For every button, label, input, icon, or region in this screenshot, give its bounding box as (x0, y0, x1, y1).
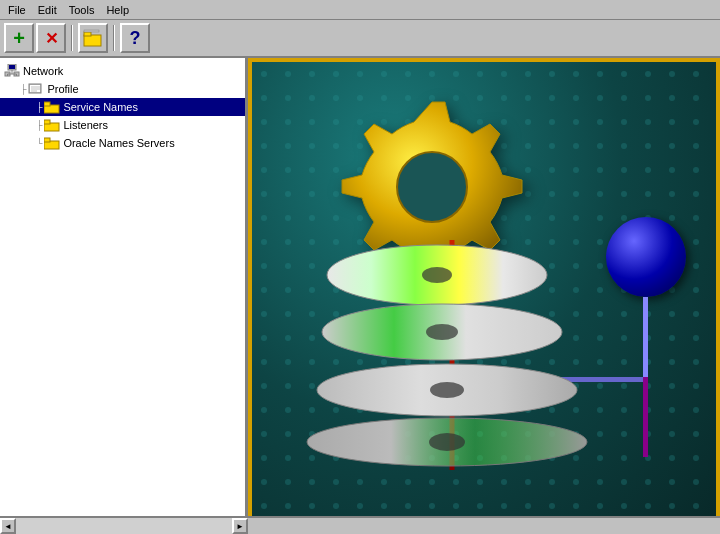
status-bar (248, 516, 720, 534)
open-button[interactable] (78, 23, 108, 53)
delete-button[interactable]: ✕ (36, 23, 66, 53)
svg-rect-2 (84, 30, 99, 32)
profile-icon (28, 81, 44, 97)
network-icon (4, 63, 20, 79)
svg-rect-17 (44, 102, 50, 106)
svg-point-30 (430, 382, 464, 398)
tree-connector-profile: ├ (20, 84, 26, 94)
menu-tools[interactable]: Tools (63, 2, 101, 18)
svg-point-24 (397, 152, 467, 222)
ball-rod-vertical (643, 297, 648, 377)
menu-help[interactable]: Help (100, 2, 135, 18)
svg-rect-19 (44, 120, 50, 124)
main-content: Network ├ Profile ├ (0, 58, 720, 534)
toolbar-separator-2 (113, 25, 115, 51)
blue-ball-decoration (606, 217, 686, 297)
scroll-right-button[interactable]: ► (232, 518, 248, 534)
tree-item-network[interactable]: Network (0, 62, 245, 80)
svg-point-32 (429, 433, 465, 451)
discs-stack (312, 240, 592, 470)
decorative-image (252, 62, 716, 530)
tree-label-profile: Profile (47, 83, 78, 95)
folder-icon-service-names (44, 99, 60, 115)
folder-icon-oracle-names (44, 135, 60, 151)
svg-point-26 (422, 267, 452, 283)
svg-rect-1 (84, 32, 91, 36)
scroll-track[interactable] (16, 518, 232, 534)
svg-rect-21 (44, 138, 50, 142)
tree-connector-oracle: └ (36, 138, 42, 148)
menu-file[interactable]: File (2, 2, 32, 18)
horizontal-scrollbar[interactable]: ◄ ► (0, 516, 248, 534)
menu-bar: File Edit Tools Help (0, 0, 720, 20)
svg-point-28 (426, 324, 458, 340)
tree-item-profile[interactable]: ├ Profile (0, 80, 245, 98)
tree-label-listeners: Listeners (63, 119, 108, 131)
toolbar-separator (71, 25, 73, 51)
tree-connector-listeners: ├ (36, 120, 42, 130)
disc-4 (302, 415, 592, 470)
scroll-left-button[interactable]: ◄ (0, 518, 16, 534)
tree-item-listeners[interactable]: ├ Listeners (0, 116, 245, 134)
tree-label-service-names: Service Names (63, 101, 138, 113)
disc-3 (312, 360, 582, 420)
tree-label-network: Network (23, 65, 63, 77)
svg-rect-4 (9, 65, 15, 69)
tree-connector-service-names: ├ (36, 102, 42, 112)
disc-2 (317, 300, 567, 365)
toolbar: + ✕ ? (0, 20, 720, 58)
svg-rect-0 (84, 35, 101, 46)
tree-item-service-names[interactable]: ├ Service Names (0, 98, 245, 116)
folder-icon-listeners (44, 117, 60, 133)
tree-panel[interactable]: Network ├ Profile ├ (0, 58, 248, 534)
ball-rod-vertical2 (643, 377, 648, 457)
image-panel (248, 58, 720, 534)
tree-item-oracle-names[interactable]: └ Oracle Names Servers (0, 134, 245, 152)
help-button[interactable]: ? (120, 23, 150, 53)
add-button[interactable]: + (4, 23, 34, 53)
menu-edit[interactable]: Edit (32, 2, 63, 18)
tree-label-oracle-names: Oracle Names Servers (63, 137, 174, 149)
